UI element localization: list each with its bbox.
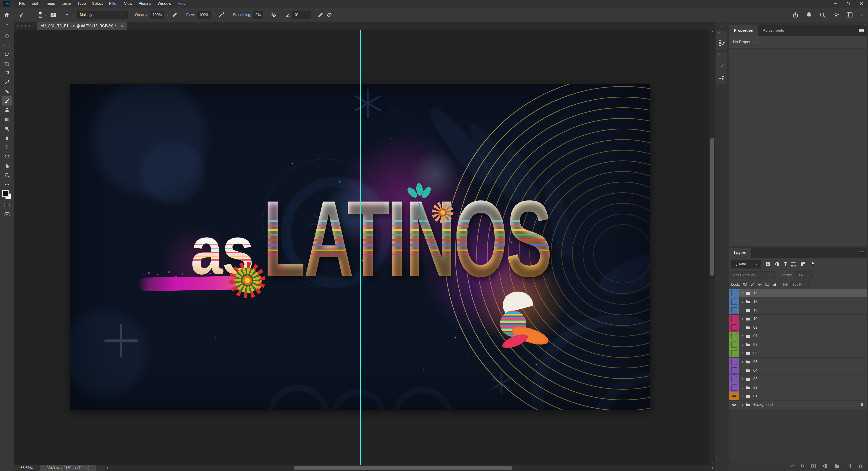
brush-tool[interactable] [2,96,12,105]
share-icon[interactable] [792,11,799,18]
expand-group-chevron-icon[interactable]: › [742,299,743,304]
layer-row-12[interactable]: ›12 [729,297,867,306]
layer-row-04[interactable]: ›04 [729,366,867,375]
layer-name[interactable]: 02 [753,385,757,390]
minimize-button[interactable] [829,0,842,7]
lasso-tool[interactable] [2,50,12,59]
pen-tool[interactable] [2,133,12,143]
expand-group-chevron-icon[interactable]: › [742,334,743,338]
edit-toolbar-button[interactable] [2,180,12,189]
layer-row-13[interactable]: ›13 [729,289,867,297]
layer-name[interactable]: Background [753,403,773,407]
flow-field[interactable]: 100% [197,11,211,19]
delete-layer-icon[interactable] [858,463,863,469]
layer-row-09[interactable]: ›09 [729,323,867,332]
eyedropper-tool[interactable] [2,78,12,87]
clone-stamp-tool[interactable] [2,105,12,115]
zoom-level-field[interactable]: 66.67% [20,466,33,470]
smoothing-options-gear-icon[interactable] [271,12,277,18]
add-layer-mask-icon[interactable] [811,463,816,469]
screen-mode-button[interactable] [2,209,12,219]
layer-filtering-toggle[interactable] [810,261,816,267]
brush-size-preview[interactable]: 12 [38,11,41,18]
home-button[interactable] [4,12,10,18]
chevron-down-icon[interactable] [27,13,31,17]
menu-file[interactable]: File [16,0,28,7]
horizontal-scrollbar-thumb[interactable] [294,466,513,470]
foreground-background-colors[interactable] [2,190,12,200]
brushes-panel-icon[interactable] [718,74,725,81]
menu-layer[interactable]: Layer [58,0,74,7]
expand-group-chevron-icon[interactable]: › [742,291,743,295]
swap-colors-icon[interactable] [8,190,12,194]
expand-group-chevron-icon[interactable]: › [742,325,743,330]
layer-name[interactable]: 07 [753,334,757,338]
tab-layers[interactable]: Layers [729,248,751,258]
layer-row-07[interactable]: ›07 [729,340,867,349]
chevron-down-icon[interactable] [860,13,864,17]
layer-row-11[interactable]: ›11 [729,306,867,314]
opacity-pressure-icon[interactable] [172,12,178,18]
toolbar-collapse-header[interactable]: » [0,22,14,30]
filter-smart-objects-icon[interactable] [800,262,806,267]
layer-visibility-toggle[interactable] [729,340,739,349]
new-adjustment-layer-icon[interactable] [823,463,828,469]
layer-visibility-toggle[interactable] [729,314,739,323]
layer-name[interactable]: 10 [753,317,757,321]
layer-visibility-toggle[interactable] [729,392,739,400]
menu-window[interactable]: Window [154,0,174,7]
menu-select[interactable]: Select [89,0,106,7]
opacity-field[interactable]: 100% [150,11,164,19]
lock-pixels-icon[interactable] [750,282,755,287]
panel-menu-icon[interactable] [859,251,864,252]
filter-kind-dropdown[interactable]: Kind [731,260,761,269]
restore-button[interactable] [842,0,855,7]
size-pressure-icon[interactable] [317,12,323,18]
menu-type[interactable]: Type [74,0,89,7]
document-tab[interactable]: AU_COL_TC_P1.psd @ 66.7% (13, RGB/8#) * [37,22,127,30]
scroll-down-arrow[interactable] [709,461,715,465]
panel-gripper[interactable] [718,54,725,55]
tab-properties[interactable]: Properties [729,25,758,36]
dodge-tool[interactable] [2,124,12,133]
move-tool[interactable] [2,31,12,41]
layer-row-07[interactable]: ›07 [729,332,867,340]
filter-pixel-layers-icon[interactable] [765,262,771,267]
smoothing-field[interactable]: 0% [253,11,263,19]
lock-all-icon[interactable] [772,282,777,287]
ellipse-shape-tool[interactable] [2,152,12,161]
layer-visibility-toggle[interactable] [729,306,739,314]
expand-group-chevron-icon[interactable]: › [742,342,743,347]
menu-help[interactable]: Help [174,0,189,7]
scroll-up-arrow[interactable] [709,30,715,34]
layer-visibility-toggle[interactable] [729,401,739,409]
brush-angle-field[interactable]: 0° [292,11,311,19]
vertical-guide[interactable] [360,30,361,465]
link-layers-icon[interactable] [789,463,795,469]
chevron-down-icon[interactable] [265,13,268,17]
workspace-switcher-icon[interactable] [846,11,853,18]
menu-view[interactable]: View [121,0,135,7]
layer-name[interactable]: 05 [753,360,757,364]
layer-name[interactable]: 06 [753,351,757,355]
rectangular-marquee-tool[interactable] [2,41,12,50]
chevron-down-icon[interactable] [165,13,169,17]
layer-visibility-toggle[interactable] [729,323,739,332]
zoom-tool[interactable] [2,170,12,180]
object-selection-tool[interactable] [2,68,12,78]
document-viewport[interactable]: as as LATINOS LATINOS [14,30,709,465]
expand-group-chevron-icon[interactable]: › [742,351,743,356]
menu-plugins[interactable]: Plugins [135,0,154,7]
layer-name[interactable]: 12 [753,300,757,304]
quick-mask-mode-button[interactable] [2,200,12,209]
chevron-down-icon[interactable] [44,13,47,17]
symmetry-butterfly-icon[interactable] [326,12,333,18]
vertical-scrollbar-thumb[interactable] [710,138,714,276]
crop-tool[interactable] [2,59,12,68]
expand-group-chevron-icon[interactable]: › [742,316,743,321]
toggle-brush-settings-panel-button[interactable] [50,11,57,18]
vertical-scrollbar[interactable] [709,30,715,465]
scroll-right-arrow[interactable] [710,465,715,471]
chevron-down-icon[interactable] [212,13,216,17]
lock-artboard-icon[interactable] [765,282,770,287]
